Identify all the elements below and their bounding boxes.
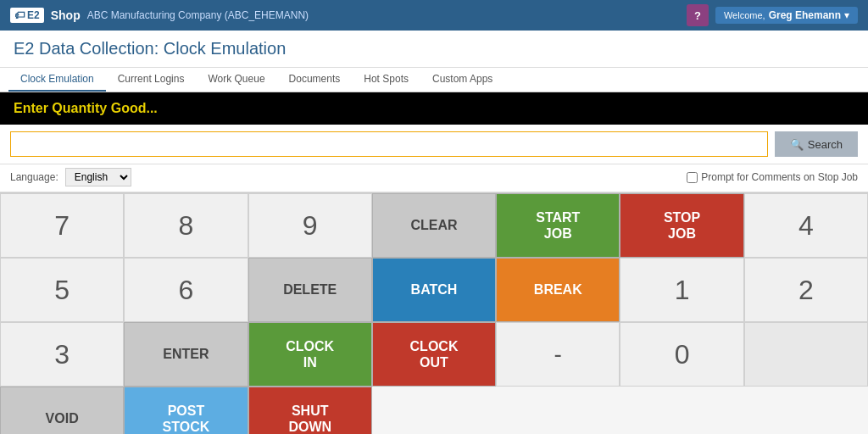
key-shut-down[interactable]: SHUT DOWN	[248, 387, 372, 434]
key-8[interactable]: 8	[124, 193, 248, 258]
tabs-bar: Clock Emulation Current Logins Work Queu…	[0, 68, 868, 92]
search-label: Search	[808, 138, 843, 151]
main-input[interactable]	[10, 131, 768, 157]
tab-custom-apps[interactable]: Custom Apps	[420, 68, 504, 92]
key-post-stock[interactable]: POST STOCK	[124, 387, 248, 434]
key-stop-job[interactable]: STOP JOB	[620, 193, 743, 258]
key-7[interactable]: 7	[0, 193, 124, 258]
key-2[interactable]: 2	[744, 258, 868, 322]
key-5[interactable]: 5	[0, 258, 124, 322]
key-clock-in[interactable]: CLOCK IN	[248, 322, 372, 387]
tab-current-logins[interactable]: Current Logins	[106, 68, 197, 92]
tab-clock-emulation[interactable]: Clock Emulation	[8, 68, 106, 92]
key-4[interactable]: 4	[744, 193, 868, 258]
prompt-comments-option: Prompt for Comments on Stop Job	[687, 171, 858, 183]
tab-hot-spots[interactable]: Hot Spots	[352, 68, 420, 92]
language-label: Language:	[10, 171, 58, 183]
options-row: Language: English Spanish French Prompt …	[0, 164, 868, 192]
company-name: ABC Manufacturing Company (ABC_EHEMANN)	[87, 9, 309, 21]
dropdown-chevron-icon: ▾	[844, 9, 849, 21]
key-start-job[interactable]: START JOB	[496, 193, 620, 258]
search-button[interactable]: 🔍 Search	[775, 131, 858, 157]
header-right: ? Welcome, Greg Ehemann ▾	[687, 4, 858, 26]
logo-icon: 🏷	[14, 9, 25, 21]
app-logo: 🏷 E2	[10, 8, 44, 23]
key-clear[interactable]: CLEAR	[372, 193, 496, 258]
key-3[interactable]: 3	[0, 322, 124, 387]
key-0[interactable]: 0	[620, 322, 743, 387]
user-name: Greg Ehemann	[769, 9, 841, 21]
page-title-prefix: E2 Data Collection:	[14, 39, 159, 58]
logo-text: E2	[27, 9, 40, 21]
prompt-comments-label: Prompt for Comments on Stop Job	[701, 171, 858, 183]
prompt-comments-checkbox[interactable]	[687, 172, 698, 183]
page-title-bar: E2 Data Collection: Clock Emulation	[0, 31, 868, 68]
key-1[interactable]: 1	[620, 258, 743, 322]
key-batch[interactable]: BATCH	[372, 258, 496, 322]
key-minus[interactable]: -	[496, 322, 620, 387]
key-6[interactable]: 6	[124, 258, 248, 322]
tab-work-queue[interactable]: Work Queue	[196, 68, 276, 92]
user-menu-button[interactable]: Welcome, Greg Ehemann ▾	[715, 7, 858, 24]
key-9[interactable]: 9	[248, 193, 372, 258]
key-enter[interactable]: ENTER	[124, 322, 248, 387]
search-icon: 🔍	[790, 138, 804, 151]
header-left: 🏷 E2 Shop ABC Manufacturing Company (ABC…	[10, 8, 309, 23]
app-header: 🏷 E2 Shop ABC Manufacturing Company (ABC…	[0, 0, 868, 31]
key-blank	[744, 322, 868, 387]
page-title-suffix: Clock Emulation	[164, 39, 287, 58]
keypad-area: 7 8 9 CLEAR START JOB STOP JOB 4 5 6 DEL…	[0, 192, 868, 434]
help-button[interactable]: ?	[687, 4, 709, 26]
welcome-label: Welcome,	[724, 10, 765, 20]
key-delete[interactable]: DELETE	[248, 258, 372, 322]
tab-documents[interactable]: Documents	[277, 68, 353, 92]
key-void[interactable]: VOID	[0, 387, 124, 434]
language-select[interactable]: English Spanish French	[65, 168, 131, 186]
prompt-text: Enter Quantity Good...	[14, 101, 158, 115]
key-break[interactable]: BREAK	[496, 258, 620, 322]
key-clock-out[interactable]: CLOCK OUT	[372, 322, 496, 387]
prompt-bar: Enter Quantity Good...	[0, 92, 868, 125]
input-row: 🔍 Search	[0, 125, 868, 164]
main-content: Enter Quantity Good... 🔍 Search Language…	[0, 92, 868, 434]
shop-label: Shop	[51, 8, 81, 22]
